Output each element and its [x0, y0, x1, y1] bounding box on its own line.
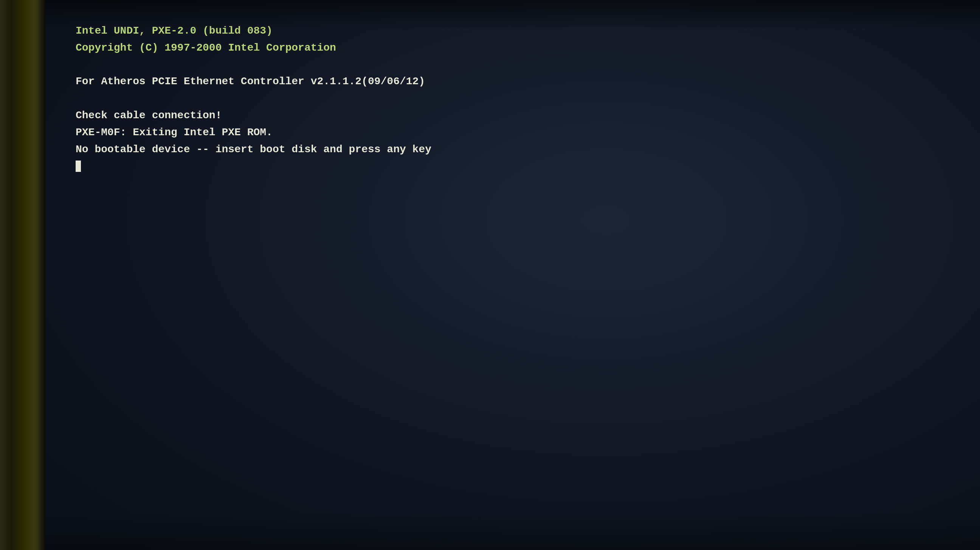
copyright-line: Copyright (C) 1997-2000 Intel Corporatio… [76, 42, 336, 54]
bottom-shadow [45, 512, 980, 550]
check-cable-line: Check cable connection! [76, 109, 221, 121]
blank-line-2 [76, 90, 950, 107]
no-bootable-line: No bootable device -- insert boot disk a… [76, 144, 431, 155]
terminal-cursor [76, 160, 81, 172]
blank-line-1 [76, 57, 950, 74]
cursor-line [76, 160, 81, 172]
screen: Intel UNDI, PXE-2.0 (build 083) Copyrigh… [45, 0, 980, 550]
pxe-header-line: Intel UNDI, PXE-2.0 (build 083) [76, 25, 273, 36]
left-border [0, 0, 45, 550]
terminal-content: Intel UNDI, PXE-2.0 (build 083) Copyrigh… [76, 23, 950, 175]
atheros-line: For Atheros PCIE Ethernet Controller v2.… [76, 76, 425, 87]
pxe-exit-line: PXE-M0F: Exiting Intel PXE ROM. [76, 127, 273, 138]
